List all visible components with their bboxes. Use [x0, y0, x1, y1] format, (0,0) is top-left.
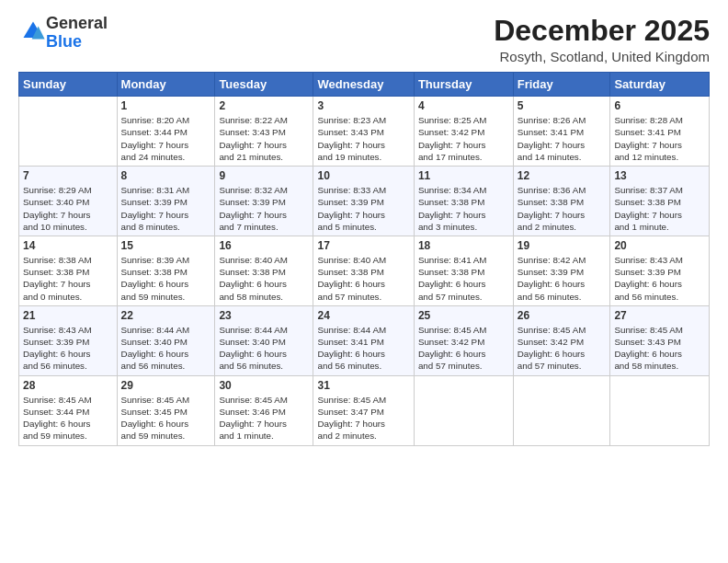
day-info: Sunrise: 8:45 AM Sunset: 3:42 PM Dayligh…	[518, 324, 607, 373]
day-info: Sunrise: 8:43 AM Sunset: 3:39 PM Dayligh…	[614, 254, 705, 303]
day-number: 5	[518, 99, 607, 112]
month-title: December 2025	[494, 15, 710, 47]
calendar-cell: 8Sunrise: 8:31 AM Sunset: 3:39 PM Daylig…	[117, 167, 215, 236]
calendar-week-row: 1Sunrise: 8:20 AM Sunset: 3:44 PM Daylig…	[19, 97, 710, 167]
calendar-cell: 12Sunrise: 8:36 AM Sunset: 3:38 PM Dayli…	[513, 167, 610, 236]
day-number: 2	[219, 99, 309, 112]
day-number: 20	[614, 239, 705, 252]
header: General Blue December 2025 Rosyth, Scotl…	[18, 15, 710, 64]
weekday-header-row: Sunday Monday Tuesday Wednesday Thursday…	[19, 73, 710, 97]
day-number: 10	[317, 169, 409, 182]
day-info: Sunrise: 8:44 AM Sunset: 3:40 PM Dayligh…	[121, 324, 211, 373]
day-number: 1	[121, 99, 211, 112]
calendar-cell: 5Sunrise: 8:26 AM Sunset: 3:41 PM Daylig…	[513, 97, 610, 167]
day-info: Sunrise: 8:28 AM Sunset: 3:41 PM Dayligh…	[614, 114, 705, 163]
calendar-cell: 1Sunrise: 8:20 AM Sunset: 3:44 PM Daylig…	[117, 97, 215, 167]
calendar-cell: 18Sunrise: 8:41 AM Sunset: 3:38 PM Dayli…	[414, 236, 513, 305]
calendar-cell: 31Sunrise: 8:45 AM Sunset: 3:47 PM Dayli…	[313, 375, 414, 445]
day-number: 7	[23, 169, 113, 182]
day-number: 22	[121, 309, 211, 322]
day-info: Sunrise: 8:45 AM Sunset: 3:42 PM Dayligh…	[418, 324, 509, 373]
day-number: 21	[23, 309, 113, 322]
calendar-cell: 16Sunrise: 8:40 AM Sunset: 3:38 PM Dayli…	[215, 236, 313, 305]
day-info: Sunrise: 8:41 AM Sunset: 3:38 PM Dayligh…	[418, 254, 509, 303]
calendar-cell: 13Sunrise: 8:37 AM Sunset: 3:38 PM Dayli…	[610, 167, 710, 236]
day-number: 15	[121, 239, 211, 252]
location: Rosyth, Scotland, United Kingdom	[494, 49, 710, 64]
calendar-cell	[414, 375, 513, 445]
day-number: 24	[317, 309, 409, 322]
calendar-cell	[610, 375, 710, 445]
calendar-cell: 4Sunrise: 8:25 AM Sunset: 3:42 PM Daylig…	[414, 97, 513, 167]
calendar-cell: 3Sunrise: 8:23 AM Sunset: 3:43 PM Daylig…	[313, 97, 414, 167]
day-info: Sunrise: 8:43 AM Sunset: 3:39 PM Dayligh…	[23, 324, 113, 373]
logo-general-text: General	[46, 14, 108, 32]
day-number: 12	[518, 169, 607, 182]
day-info: Sunrise: 8:29 AM Sunset: 3:40 PM Dayligh…	[23, 184, 113, 233]
day-number: 19	[518, 239, 607, 252]
day-info: Sunrise: 8:42 AM Sunset: 3:39 PM Dayligh…	[518, 254, 607, 303]
calendar-week-row: 28Sunrise: 8:45 AM Sunset: 3:44 PM Dayli…	[19, 375, 710, 445]
day-info: Sunrise: 8:45 AM Sunset: 3:44 PM Dayligh…	[23, 394, 113, 442]
day-info: Sunrise: 8:45 AM Sunset: 3:47 PM Dayligh…	[317, 394, 409, 442]
day-info: Sunrise: 8:38 AM Sunset: 3:38 PM Dayligh…	[23, 254, 113, 303]
day-number: 17	[317, 239, 409, 252]
calendar-cell: 17Sunrise: 8:40 AM Sunset: 3:38 PM Dayli…	[313, 236, 414, 305]
day-info: Sunrise: 8:31 AM Sunset: 3:39 PM Dayligh…	[121, 184, 211, 233]
calendar-cell: 30Sunrise: 8:45 AM Sunset: 3:46 PM Dayli…	[215, 375, 313, 445]
day-info: Sunrise: 8:45 AM Sunset: 3:46 PM Dayligh…	[219, 394, 309, 442]
day-info: Sunrise: 8:37 AM Sunset: 3:38 PM Dayligh…	[614, 184, 705, 233]
calendar-cell: 27Sunrise: 8:45 AM Sunset: 3:43 PM Dayli…	[610, 305, 710, 375]
day-number: 11	[418, 169, 509, 182]
header-saturday: Saturday	[610, 73, 710, 97]
calendar-cell: 10Sunrise: 8:33 AM Sunset: 3:39 PM Dayli…	[313, 167, 414, 236]
calendar-cell: 24Sunrise: 8:44 AM Sunset: 3:41 PM Dayli…	[313, 305, 414, 375]
calendar-cell: 9Sunrise: 8:32 AM Sunset: 3:39 PM Daylig…	[215, 167, 313, 236]
day-number: 13	[614, 169, 705, 182]
calendar-cell: 19Sunrise: 8:42 AM Sunset: 3:39 PM Dayli…	[513, 236, 610, 305]
day-info: Sunrise: 8:25 AM Sunset: 3:42 PM Dayligh…	[418, 114, 509, 163]
day-number: 29	[121, 379, 211, 392]
calendar-cell: 28Sunrise: 8:45 AM Sunset: 3:44 PM Dayli…	[19, 375, 118, 445]
calendar-cell: 7Sunrise: 8:29 AM Sunset: 3:40 PM Daylig…	[19, 167, 118, 236]
calendar: Sunday Monday Tuesday Wednesday Thursday…	[18, 72, 710, 445]
header-sunday: Sunday	[19, 73, 118, 97]
calendar-cell	[513, 375, 610, 445]
day-info: Sunrise: 8:32 AM Sunset: 3:39 PM Dayligh…	[219, 184, 309, 233]
day-number: 26	[518, 309, 607, 322]
calendar-cell: 11Sunrise: 8:34 AM Sunset: 3:38 PM Dayli…	[414, 167, 513, 236]
title-block: December 2025 Rosyth, Scotland, United K…	[494, 15, 710, 64]
day-number: 8	[121, 169, 211, 182]
day-number: 18	[418, 239, 509, 252]
day-number: 31	[317, 379, 409, 392]
day-number: 14	[23, 239, 113, 252]
calendar-cell: 22Sunrise: 8:44 AM Sunset: 3:40 PM Dayli…	[117, 305, 215, 375]
day-number: 6	[614, 99, 705, 112]
calendar-cell	[19, 97, 118, 167]
calendar-cell: 26Sunrise: 8:45 AM Sunset: 3:42 PM Dayli…	[513, 305, 610, 375]
calendar-cell: 2Sunrise: 8:22 AM Sunset: 3:43 PM Daylig…	[215, 97, 313, 167]
day-info: Sunrise: 8:40 AM Sunset: 3:38 PM Dayligh…	[317, 254, 409, 303]
day-info: Sunrise: 8:40 AM Sunset: 3:38 PM Dayligh…	[219, 254, 309, 303]
calendar-cell: 21Sunrise: 8:43 AM Sunset: 3:39 PM Dayli…	[19, 305, 118, 375]
day-info: Sunrise: 8:34 AM Sunset: 3:38 PM Dayligh…	[418, 184, 509, 233]
day-info: Sunrise: 8:39 AM Sunset: 3:38 PM Dayligh…	[121, 254, 211, 303]
day-number: 16	[219, 239, 309, 252]
day-number: 9	[219, 169, 309, 182]
day-number: 25	[418, 309, 509, 322]
calendar-cell: 6Sunrise: 8:28 AM Sunset: 3:41 PM Daylig…	[610, 97, 710, 167]
header-tuesday: Tuesday	[215, 73, 313, 97]
day-info: Sunrise: 8:45 AM Sunset: 3:45 PM Dayligh…	[121, 394, 211, 442]
day-info: Sunrise: 8:23 AM Sunset: 3:43 PM Dayligh…	[317, 114, 409, 163]
logo-blue-text: Blue	[46, 32, 82, 51]
calendar-cell: 29Sunrise: 8:45 AM Sunset: 3:45 PM Dayli…	[117, 375, 215, 445]
calendar-cell: 23Sunrise: 8:44 AM Sunset: 3:40 PM Dayli…	[215, 305, 313, 375]
calendar-cell: 14Sunrise: 8:38 AM Sunset: 3:38 PM Dayli…	[19, 236, 118, 305]
day-number: 3	[317, 99, 409, 112]
logo-icon	[20, 18, 46, 44]
day-info: Sunrise: 8:44 AM Sunset: 3:41 PM Dayligh…	[317, 324, 409, 373]
calendar-cell: 20Sunrise: 8:43 AM Sunset: 3:39 PM Dayli…	[610, 236, 710, 305]
day-info: Sunrise: 8:22 AM Sunset: 3:43 PM Dayligh…	[219, 114, 309, 163]
calendar-week-row: 21Sunrise: 8:43 AM Sunset: 3:39 PM Dayli…	[19, 305, 710, 375]
day-info: Sunrise: 8:26 AM Sunset: 3:41 PM Dayligh…	[518, 114, 607, 163]
